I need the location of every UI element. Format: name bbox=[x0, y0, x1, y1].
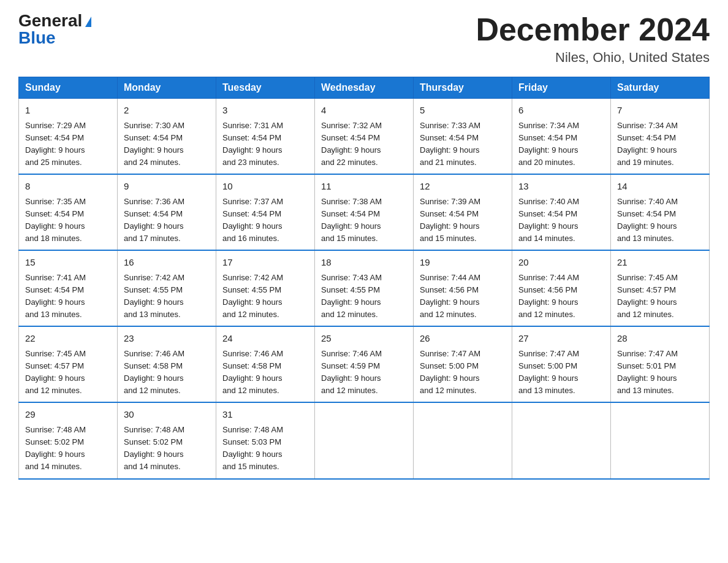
day-info: Sunrise: 7:33 AMSunset: 4:54 PMDaylight:… bbox=[420, 120, 506, 169]
day-number: 25 bbox=[321, 332, 407, 346]
day-info: Sunrise: 7:42 AMSunset: 4:55 PMDaylight:… bbox=[222, 272, 308, 321]
weekday-header-tuesday: Tuesday bbox=[216, 77, 315, 99]
day-cell-24: 24Sunrise: 7:46 AMSunset: 4:58 PMDayligh… bbox=[216, 326, 315, 402]
day-info: Sunrise: 7:36 AMSunset: 4:54 PMDaylight:… bbox=[124, 196, 210, 245]
week-row-4: 22Sunrise: 7:45 AMSunset: 4:57 PMDayligh… bbox=[19, 326, 710, 402]
day-cell-4: 4Sunrise: 7:32 AMSunset: 4:54 PMDaylight… bbox=[315, 99, 414, 175]
day-number: 15 bbox=[25, 256, 111, 270]
day-info: Sunrise: 7:47 AMSunset: 5:00 PMDaylight:… bbox=[518, 348, 604, 397]
day-number: 23 bbox=[124, 332, 210, 346]
day-number: 20 bbox=[518, 256, 604, 270]
day-info: Sunrise: 7:40 AMSunset: 4:54 PMDaylight:… bbox=[518, 196, 604, 245]
day-cell-27: 27Sunrise: 7:47 AMSunset: 5:00 PMDayligh… bbox=[512, 326, 611, 402]
week-row-2: 8Sunrise: 7:35 AMSunset: 4:54 PMDaylight… bbox=[19, 174, 710, 250]
day-number: 14 bbox=[617, 180, 703, 194]
day-info: Sunrise: 7:45 AMSunset: 4:57 PMDaylight:… bbox=[25, 348, 111, 397]
day-cell-31: 31Sunrise: 7:48 AMSunset: 5:03 PMDayligh… bbox=[216, 402, 315, 478]
day-info: Sunrise: 7:48 AMSunset: 5:02 PMDaylight:… bbox=[124, 424, 210, 473]
day-info: Sunrise: 7:46 AMSunset: 4:59 PMDaylight:… bbox=[321, 348, 407, 397]
day-number: 29 bbox=[25, 408, 111, 422]
weekday-header-wednesday: Wednesday bbox=[315, 77, 414, 99]
weekday-header-sunday: Sunday bbox=[19, 77, 118, 99]
day-info: Sunrise: 7:39 AMSunset: 4:54 PMDaylight:… bbox=[420, 196, 506, 245]
day-info: Sunrise: 7:44 AMSunset: 4:56 PMDaylight:… bbox=[518, 272, 604, 321]
day-cell-6: 6Sunrise: 7:34 AMSunset: 4:54 PMDaylight… bbox=[512, 99, 611, 175]
day-cell-26: 26Sunrise: 7:47 AMSunset: 5:00 PMDayligh… bbox=[414, 326, 512, 402]
day-info: Sunrise: 7:34 AMSunset: 4:54 PMDaylight:… bbox=[518, 120, 604, 169]
title-area: December 2024 Niles, Ohio, United States bbox=[476, 12, 710, 66]
week-row-1: 1Sunrise: 7:29 AMSunset: 4:54 PMDaylight… bbox=[19, 99, 710, 175]
day-info: Sunrise: 7:31 AMSunset: 4:54 PMDaylight:… bbox=[222, 120, 308, 169]
day-info: Sunrise: 7:48 AMSunset: 5:03 PMDaylight:… bbox=[222, 424, 308, 473]
day-info: Sunrise: 7:47 AMSunset: 5:00 PMDaylight:… bbox=[420, 348, 506, 397]
day-info: Sunrise: 7:34 AMSunset: 4:54 PMDaylight:… bbox=[617, 120, 703, 169]
day-number: 8 bbox=[25, 180, 111, 194]
day-cell-18: 18Sunrise: 7:43 AMSunset: 4:55 PMDayligh… bbox=[315, 250, 414, 326]
day-info: Sunrise: 7:45 AMSunset: 4:57 PMDaylight:… bbox=[617, 272, 703, 321]
day-cell-1: 1Sunrise: 7:29 AMSunset: 4:54 PMDaylight… bbox=[19, 99, 118, 175]
day-number: 6 bbox=[518, 104, 604, 118]
calendar-table: SundayMondayTuesdayWednesdayThursdayFrid… bbox=[18, 77, 710, 479]
day-info: Sunrise: 7:32 AMSunset: 4:54 PMDaylight:… bbox=[321, 120, 407, 169]
day-number: 27 bbox=[518, 332, 604, 346]
empty-cell bbox=[315, 402, 414, 478]
day-cell-30: 30Sunrise: 7:48 AMSunset: 5:02 PMDayligh… bbox=[118, 402, 216, 478]
weekday-header-monday: Monday bbox=[118, 77, 216, 99]
day-cell-14: 14Sunrise: 7:40 AMSunset: 4:54 PMDayligh… bbox=[611, 174, 710, 250]
day-number: 19 bbox=[420, 256, 506, 270]
day-number: 11 bbox=[321, 180, 407, 194]
day-number: 18 bbox=[321, 256, 407, 270]
day-cell-13: 13Sunrise: 7:40 AMSunset: 4:54 PMDayligh… bbox=[512, 174, 611, 250]
day-cell-28: 28Sunrise: 7:47 AMSunset: 5:01 PMDayligh… bbox=[611, 326, 710, 402]
day-cell-12: 12Sunrise: 7:39 AMSunset: 4:54 PMDayligh… bbox=[414, 174, 512, 250]
day-cell-29: 29Sunrise: 7:48 AMSunset: 5:02 PMDayligh… bbox=[19, 402, 118, 478]
day-info: Sunrise: 7:41 AMSunset: 4:54 PMDaylight:… bbox=[25, 272, 111, 321]
day-info: Sunrise: 7:40 AMSunset: 4:54 PMDaylight:… bbox=[617, 196, 703, 245]
logo-blue-text: Blue bbox=[18, 29, 56, 47]
day-number: 21 bbox=[617, 256, 703, 270]
logo-general-text: General bbox=[18, 12, 82, 29]
day-number: 4 bbox=[321, 104, 407, 118]
day-cell-25: 25Sunrise: 7:46 AMSunset: 4:59 PMDayligh… bbox=[315, 326, 414, 402]
day-info: Sunrise: 7:47 AMSunset: 5:01 PMDaylight:… bbox=[617, 348, 703, 397]
empty-cell bbox=[512, 402, 611, 478]
day-number: 24 bbox=[222, 332, 308, 346]
day-cell-16: 16Sunrise: 7:42 AMSunset: 4:55 PMDayligh… bbox=[118, 250, 216, 326]
location-title: Niles, Ohio, United States bbox=[476, 50, 710, 66]
day-number: 7 bbox=[617, 104, 703, 118]
day-cell-7: 7Sunrise: 7:34 AMSunset: 4:54 PMDaylight… bbox=[611, 99, 710, 175]
day-info: Sunrise: 7:42 AMSunset: 4:55 PMDaylight:… bbox=[124, 272, 210, 321]
day-cell-17: 17Sunrise: 7:42 AMSunset: 4:55 PMDayligh… bbox=[216, 250, 315, 326]
day-info: Sunrise: 7:44 AMSunset: 4:56 PMDaylight:… bbox=[420, 272, 506, 321]
day-cell-5: 5Sunrise: 7:33 AMSunset: 4:54 PMDaylight… bbox=[414, 99, 512, 175]
day-info: Sunrise: 7:48 AMSunset: 5:02 PMDaylight:… bbox=[25, 424, 111, 473]
weekday-header-saturday: Saturday bbox=[611, 77, 710, 99]
empty-cell bbox=[611, 402, 710, 478]
day-cell-21: 21Sunrise: 7:45 AMSunset: 4:57 PMDayligh… bbox=[611, 250, 710, 326]
day-info: Sunrise: 7:37 AMSunset: 4:54 PMDaylight:… bbox=[222, 196, 308, 245]
day-number: 9 bbox=[124, 180, 210, 194]
day-cell-10: 10Sunrise: 7:37 AMSunset: 4:54 PMDayligh… bbox=[216, 174, 315, 250]
day-cell-3: 3Sunrise: 7:31 AMSunset: 4:54 PMDaylight… bbox=[216, 99, 315, 175]
week-row-3: 15Sunrise: 7:41 AMSunset: 4:54 PMDayligh… bbox=[19, 250, 710, 326]
day-number: 10 bbox=[222, 180, 308, 194]
logo: General Blue bbox=[18, 12, 91, 47]
day-cell-20: 20Sunrise: 7:44 AMSunset: 4:56 PMDayligh… bbox=[512, 250, 611, 326]
day-info: Sunrise: 7:29 AMSunset: 4:54 PMDaylight:… bbox=[25, 120, 111, 169]
day-cell-22: 22Sunrise: 7:45 AMSunset: 4:57 PMDayligh… bbox=[19, 326, 118, 402]
month-title: December 2024 bbox=[476, 12, 710, 47]
day-cell-2: 2Sunrise: 7:30 AMSunset: 4:54 PMDaylight… bbox=[118, 99, 216, 175]
weekday-header-row: SundayMondayTuesdayWednesdayThursdayFrid… bbox=[19, 77, 710, 99]
empty-cell bbox=[414, 402, 512, 478]
day-info: Sunrise: 7:30 AMSunset: 4:54 PMDaylight:… bbox=[124, 120, 210, 169]
day-number: 22 bbox=[25, 332, 111, 346]
day-info: Sunrise: 7:35 AMSunset: 4:54 PMDaylight:… bbox=[25, 196, 111, 245]
week-row-5: 29Sunrise: 7:48 AMSunset: 5:02 PMDayligh… bbox=[19, 402, 710, 478]
day-info: Sunrise: 7:46 AMSunset: 4:58 PMDaylight:… bbox=[124, 348, 210, 397]
day-cell-23: 23Sunrise: 7:46 AMSunset: 4:58 PMDayligh… bbox=[118, 326, 216, 402]
day-number: 13 bbox=[518, 180, 604, 194]
day-number: 5 bbox=[420, 104, 506, 118]
day-number: 16 bbox=[124, 256, 210, 270]
day-info: Sunrise: 7:38 AMSunset: 4:54 PMDaylight:… bbox=[321, 196, 407, 245]
day-number: 31 bbox=[222, 408, 308, 422]
